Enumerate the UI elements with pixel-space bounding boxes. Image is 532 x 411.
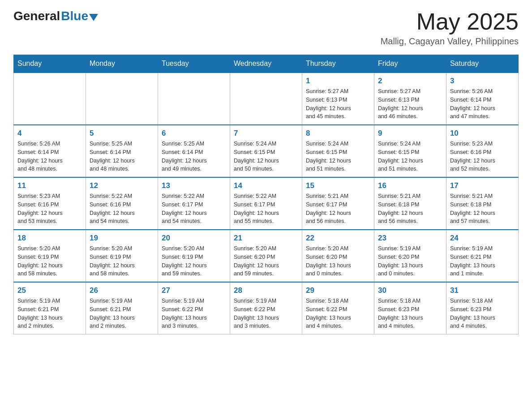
day-number: 18 bbox=[17, 234, 82, 243]
calendar-day-cell: 31Sunrise: 5:18 AM Sunset: 6:23 PM Dayli… bbox=[446, 282, 518, 334]
day-info: Sunrise: 5:20 AM Sunset: 6:20 PM Dayligh… bbox=[306, 244, 370, 278]
week-row: 25Sunrise: 5:19 AM Sunset: 6:21 PM Dayli… bbox=[14, 282, 519, 334]
day-info: Sunrise: 5:19 AM Sunset: 6:21 PM Dayligh… bbox=[450, 244, 515, 278]
day-number: 8 bbox=[306, 129, 370, 138]
day-number: 30 bbox=[378, 286, 442, 295]
day-number: 26 bbox=[90, 286, 154, 295]
day-info: Sunrise: 5:27 AM Sunset: 6:13 PM Dayligh… bbox=[306, 87, 370, 121]
calendar-day-cell: 27Sunrise: 5:19 AM Sunset: 6:22 PM Dayli… bbox=[158, 282, 230, 334]
logo-general-text: General bbox=[13, 9, 60, 23]
day-info: Sunrise: 5:19 AM Sunset: 6:22 PM Dayligh… bbox=[162, 297, 226, 330]
day-number: 2 bbox=[378, 77, 442, 86]
day-number: 11 bbox=[17, 181, 82, 190]
calendar-day-cell: 22Sunrise: 5:20 AM Sunset: 6:20 PM Dayli… bbox=[302, 230, 374, 282]
logo-blue-text: Blue bbox=[61, 9, 88, 23]
calendar-day-cell: 12Sunrise: 5:22 AM Sunset: 6:16 PM Dayli… bbox=[86, 177, 158, 230]
calendar-day-cell: 11Sunrise: 5:23 AM Sunset: 6:16 PM Dayli… bbox=[14, 177, 86, 230]
calendar-day-cell: 8Sunrise: 5:24 AM Sunset: 6:15 PM Daylig… bbox=[302, 125, 374, 177]
calendar-day-cell: 15Sunrise: 5:21 AM Sunset: 6:17 PM Dayli… bbox=[302, 177, 374, 230]
day-info: Sunrise: 5:19 AM Sunset: 6:21 PM Dayligh… bbox=[90, 297, 154, 330]
day-of-week-header: Thursday bbox=[302, 55, 374, 73]
day-number: 14 bbox=[234, 181, 298, 190]
calendar-day-cell bbox=[86, 73, 158, 125]
calendar-day-cell bbox=[158, 73, 230, 125]
calendar-day-cell: 25Sunrise: 5:19 AM Sunset: 6:21 PM Dayli… bbox=[14, 282, 86, 334]
day-of-week-header: Tuesday bbox=[158, 55, 230, 73]
day-of-week-header: Sunday bbox=[14, 55, 86, 73]
calendar-day-cell: 18Sunrise: 5:20 AM Sunset: 6:19 PM Dayli… bbox=[14, 230, 86, 282]
calendar-day-cell: 3Sunrise: 5:26 AM Sunset: 6:14 PM Daylig… bbox=[446, 73, 518, 125]
day-number: 21 bbox=[234, 234, 298, 243]
day-info: Sunrise: 5:20 AM Sunset: 6:19 PM Dayligh… bbox=[17, 244, 82, 278]
month-title: May 2025 bbox=[381, 9, 519, 34]
day-of-week-header: Saturday bbox=[446, 55, 518, 73]
calendar-day-cell: 24Sunrise: 5:19 AM Sunset: 6:21 PM Dayli… bbox=[446, 230, 518, 282]
calendar-day-cell: 28Sunrise: 5:19 AM Sunset: 6:22 PM Dayli… bbox=[230, 282, 302, 334]
day-number: 4 bbox=[17, 129, 82, 138]
calendar-day-cell bbox=[230, 73, 302, 125]
day-info: Sunrise: 5:23 AM Sunset: 6:16 PM Dayligh… bbox=[450, 140, 515, 173]
calendar-day-cell: 26Sunrise: 5:19 AM Sunset: 6:21 PM Dayli… bbox=[86, 282, 158, 334]
day-number: 31 bbox=[450, 286, 515, 295]
day-info: Sunrise: 5:20 AM Sunset: 6:20 PM Dayligh… bbox=[234, 244, 298, 278]
day-info: Sunrise: 5:25 AM Sunset: 6:14 PM Dayligh… bbox=[90, 140, 154, 173]
calendar-day-cell: 9Sunrise: 5:24 AM Sunset: 6:15 PM Daylig… bbox=[374, 125, 446, 177]
page-header: General Blue May 2025 Mallig, Cagayan Va… bbox=[13, 9, 519, 47]
calendar-day-cell: 30Sunrise: 5:18 AM Sunset: 6:23 PM Dayli… bbox=[374, 282, 446, 334]
day-number: 22 bbox=[306, 234, 370, 243]
day-info: Sunrise: 5:20 AM Sunset: 6:19 PM Dayligh… bbox=[162, 244, 226, 278]
day-number: 12 bbox=[90, 181, 154, 190]
day-number: 10 bbox=[450, 129, 515, 138]
day-info: Sunrise: 5:21 AM Sunset: 6:18 PM Dayligh… bbox=[450, 192, 515, 226]
week-row: 4Sunrise: 5:26 AM Sunset: 6:14 PM Daylig… bbox=[14, 125, 519, 177]
calendar-table: SundayMondayTuesdayWednesdayThursdayFrid… bbox=[13, 55, 519, 334]
day-number: 24 bbox=[450, 234, 515, 243]
day-info: Sunrise: 5:23 AM Sunset: 6:16 PM Dayligh… bbox=[17, 192, 82, 226]
calendar-day-cell: 20Sunrise: 5:20 AM Sunset: 6:19 PM Dayli… bbox=[158, 230, 230, 282]
day-number: 1 bbox=[306, 77, 370, 86]
day-number: 29 bbox=[306, 286, 370, 295]
day-number: 20 bbox=[162, 234, 226, 243]
day-info: Sunrise: 5:19 AM Sunset: 6:20 PM Dayligh… bbox=[378, 244, 442, 278]
logo: General Blue bbox=[13, 9, 98, 23]
calendar-day-cell: 6Sunrise: 5:25 AM Sunset: 6:14 PM Daylig… bbox=[158, 125, 230, 177]
day-of-week-header: Wednesday bbox=[230, 55, 302, 73]
calendar-day-cell: 7Sunrise: 5:24 AM Sunset: 6:15 PM Daylig… bbox=[230, 125, 302, 177]
calendar-day-cell bbox=[14, 73, 86, 125]
day-number: 25 bbox=[17, 286, 82, 295]
day-number: 13 bbox=[162, 181, 226, 190]
day-of-week-header: Monday bbox=[86, 55, 158, 73]
day-info: Sunrise: 5:22 AM Sunset: 6:17 PM Dayligh… bbox=[162, 192, 226, 226]
calendar-day-cell: 2Sunrise: 5:27 AM Sunset: 6:13 PM Daylig… bbox=[374, 73, 446, 125]
day-info: Sunrise: 5:20 AM Sunset: 6:19 PM Dayligh… bbox=[90, 244, 154, 278]
day-info: Sunrise: 5:27 AM Sunset: 6:13 PM Dayligh… bbox=[378, 87, 442, 121]
calendar-day-cell: 29Sunrise: 5:18 AM Sunset: 6:22 PM Dayli… bbox=[302, 282, 374, 334]
title-section: May 2025 Mallig, Cagayan Valley, Philipp… bbox=[381, 9, 519, 47]
day-info: Sunrise: 5:26 AM Sunset: 6:14 PM Dayligh… bbox=[450, 87, 515, 121]
day-number: 5 bbox=[90, 129, 154, 138]
week-row: 11Sunrise: 5:23 AM Sunset: 6:16 PM Dayli… bbox=[14, 177, 519, 230]
day-info: Sunrise: 5:18 AM Sunset: 6:23 PM Dayligh… bbox=[378, 297, 442, 330]
day-number: 3 bbox=[450, 77, 515, 86]
day-number: 6 bbox=[162, 129, 226, 138]
day-info: Sunrise: 5:18 AM Sunset: 6:23 PM Dayligh… bbox=[450, 297, 515, 330]
day-of-week-header: Friday bbox=[374, 55, 446, 73]
calendar-day-cell: 14Sunrise: 5:22 AM Sunset: 6:17 PM Dayli… bbox=[230, 177, 302, 230]
calendar-day-cell: 23Sunrise: 5:19 AM Sunset: 6:20 PM Dayli… bbox=[374, 230, 446, 282]
day-number: 15 bbox=[306, 181, 370, 190]
day-info: Sunrise: 5:24 AM Sunset: 6:15 PM Dayligh… bbox=[378, 140, 442, 173]
calendar-day-cell: 5Sunrise: 5:25 AM Sunset: 6:14 PM Daylig… bbox=[86, 125, 158, 177]
day-number: 16 bbox=[378, 181, 442, 190]
week-row: 1Sunrise: 5:27 AM Sunset: 6:13 PM Daylig… bbox=[14, 73, 519, 125]
day-info: Sunrise: 5:25 AM Sunset: 6:14 PM Dayligh… bbox=[162, 140, 226, 173]
day-info: Sunrise: 5:26 AM Sunset: 6:14 PM Dayligh… bbox=[17, 140, 82, 173]
day-info: Sunrise: 5:18 AM Sunset: 6:22 PM Dayligh… bbox=[306, 297, 370, 330]
calendar-day-cell: 13Sunrise: 5:22 AM Sunset: 6:17 PM Dayli… bbox=[158, 177, 230, 230]
day-number: 9 bbox=[378, 129, 442, 138]
day-info: Sunrise: 5:19 AM Sunset: 6:22 PM Dayligh… bbox=[234, 297, 298, 330]
calendar-day-cell: 19Sunrise: 5:20 AM Sunset: 6:19 PM Dayli… bbox=[86, 230, 158, 282]
day-number: 7 bbox=[234, 129, 298, 138]
logo-triangle-icon bbox=[89, 14, 98, 21]
calendar-day-cell: 17Sunrise: 5:21 AM Sunset: 6:18 PM Dayli… bbox=[446, 177, 518, 230]
day-info: Sunrise: 5:24 AM Sunset: 6:15 PM Dayligh… bbox=[234, 140, 298, 173]
